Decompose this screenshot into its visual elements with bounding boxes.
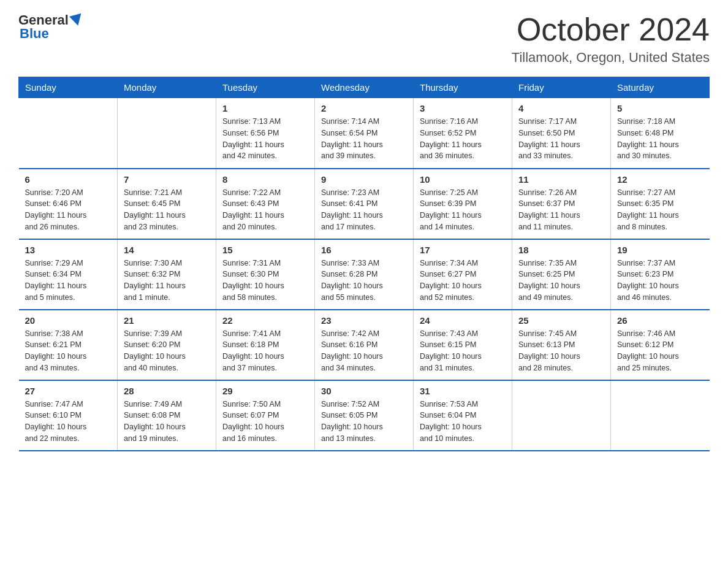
day-number: 29 — [222, 386, 308, 396]
weekday-header-friday: Friday — [512, 77, 611, 98]
calendar-week-3: 13Sunrise: 7:29 AM Sunset: 6:34 PM Dayli… — [19, 239, 710, 310]
calendar-cell: 1Sunrise: 7:13 AM Sunset: 6:56 PM Daylig… — [216, 98, 315, 169]
weekday-header-saturday: Saturday — [611, 77, 710, 98]
calendar-cell: 14Sunrise: 7:30 AM Sunset: 6:32 PM Dayli… — [118, 239, 216, 310]
calendar-cell: 17Sunrise: 7:34 AM Sunset: 6:27 PM Dayli… — [414, 239, 512, 310]
calendar-cell: 28Sunrise: 7:49 AM Sunset: 6:08 PM Dayli… — [118, 380, 216, 451]
day-info: Sunrise: 7:21 AM Sunset: 6:45 PM Dayligh… — [124, 187, 210, 233]
calendar-cell: 10Sunrise: 7:25 AM Sunset: 6:39 PM Dayli… — [414, 169, 512, 239]
day-info: Sunrise: 7:13 AM Sunset: 6:56 PM Dayligh… — [222, 116, 308, 162]
day-info: Sunrise: 7:30 AM Sunset: 6:32 PM Dayligh… — [124, 258, 210, 304]
weekday-header-monday: Monday — [118, 77, 216, 98]
calendar-cell: 30Sunrise: 7:52 AM Sunset: 6:05 PM Dayli… — [315, 380, 414, 451]
day-info: Sunrise: 7:17 AM Sunset: 6:50 PM Dayligh… — [518, 116, 604, 162]
calendar-cell — [512, 380, 611, 451]
day-info: Sunrise: 7:20 AM Sunset: 6:46 PM Dayligh… — [25, 187, 112, 233]
day-info: Sunrise: 7:47 AM Sunset: 6:10 PM Dayligh… — [25, 399, 112, 445]
day-number: 24 — [420, 315, 506, 326]
day-number: 19 — [617, 245, 703, 255]
day-number: 17 — [420, 245, 506, 255]
calendar-cell: 5Sunrise: 7:18 AM Sunset: 6:48 PM Daylig… — [611, 98, 710, 169]
calendar-cell: 21Sunrise: 7:39 AM Sunset: 6:20 PM Dayli… — [118, 310, 216, 380]
day-info: Sunrise: 7:26 AM Sunset: 6:37 PM Dayligh… — [518, 187, 604, 233]
day-number: 31 — [420, 386, 506, 396]
calendar-cell: 19Sunrise: 7:37 AM Sunset: 6:23 PM Dayli… — [611, 239, 710, 310]
calendar-cell — [611, 380, 710, 451]
calendar-cell: 25Sunrise: 7:45 AM Sunset: 6:13 PM Dayli… — [512, 310, 611, 380]
calendar-cell: 13Sunrise: 7:29 AM Sunset: 6:34 PM Dayli… — [19, 239, 118, 310]
calendar-cell: 3Sunrise: 7:16 AM Sunset: 6:52 PM Daylig… — [414, 98, 512, 169]
day-number: 26 — [617, 315, 703, 326]
calendar-week-4: 20Sunrise: 7:38 AM Sunset: 6:21 PM Dayli… — [19, 310, 710, 380]
day-number: 18 — [518, 245, 604, 255]
calendar-cell: 9Sunrise: 7:23 AM Sunset: 6:41 PM Daylig… — [315, 169, 414, 239]
day-number: 12 — [617, 174, 703, 185]
weekday-header-sunday: Sunday — [19, 77, 118, 98]
calendar-cell: 29Sunrise: 7:50 AM Sunset: 6:07 PM Dayli… — [216, 380, 315, 451]
calendar-week-5: 27Sunrise: 7:47 AM Sunset: 6:10 PM Dayli… — [19, 380, 710, 451]
day-number: 2 — [321, 103, 407, 113]
weekday-header-row: SundayMondayTuesdayWednesdayThursdayFrid… — [19, 77, 710, 98]
day-number: 4 — [518, 103, 604, 113]
day-info: Sunrise: 7:25 AM Sunset: 6:39 PM Dayligh… — [420, 187, 506, 233]
day-info: Sunrise: 7:22 AM Sunset: 6:43 PM Dayligh… — [222, 187, 308, 233]
calendar-cell: 7Sunrise: 7:21 AM Sunset: 6:45 PM Daylig… — [118, 169, 216, 239]
day-info: Sunrise: 7:16 AM Sunset: 6:52 PM Dayligh… — [420, 116, 506, 162]
day-number: 28 — [124, 386, 210, 396]
calendar-header: SundayMondayTuesdayWednesdayThursdayFrid… — [19, 77, 710, 98]
calendar-cell: 11Sunrise: 7:26 AM Sunset: 6:37 PM Dayli… — [512, 169, 611, 239]
day-info: Sunrise: 7:14 AM Sunset: 6:54 PM Dayligh… — [321, 116, 407, 162]
day-info: Sunrise: 7:31 AM Sunset: 6:30 PM Dayligh… — [222, 258, 308, 304]
day-number: 14 — [124, 245, 210, 255]
day-number: 3 — [420, 103, 506, 113]
calendar-cell: 12Sunrise: 7:27 AM Sunset: 6:35 PM Dayli… — [611, 169, 710, 239]
day-number: 13 — [25, 245, 112, 255]
calendar-week-1: 1Sunrise: 7:13 AM Sunset: 6:56 PM Daylig… — [19, 98, 710, 169]
weekday-header-thursday: Thursday — [414, 77, 512, 98]
day-info: Sunrise: 7:41 AM Sunset: 6:18 PM Dayligh… — [222, 328, 308, 374]
calendar-cell: 27Sunrise: 7:47 AM Sunset: 6:10 PM Dayli… — [19, 380, 118, 451]
day-info: Sunrise: 7:33 AM Sunset: 6:28 PM Dayligh… — [321, 258, 407, 304]
logo-triangle-icon — [69, 13, 84, 28]
day-number: 22 — [222, 315, 308, 326]
page-header: General Blue October 2024 Tillamook, Ore… — [18, 12, 710, 66]
day-number: 11 — [518, 174, 604, 185]
day-info: Sunrise: 7:52 AM Sunset: 6:05 PM Dayligh… — [321, 399, 407, 445]
day-info: Sunrise: 7:37 AM Sunset: 6:23 PM Dayligh… — [617, 258, 703, 304]
calendar-cell: 26Sunrise: 7:46 AM Sunset: 6:12 PM Dayli… — [611, 310, 710, 380]
day-info: Sunrise: 7:38 AM Sunset: 6:21 PM Dayligh… — [25, 328, 112, 374]
day-info: Sunrise: 7:35 AM Sunset: 6:25 PM Dayligh… — [518, 258, 604, 304]
day-number: 5 — [617, 103, 703, 113]
calendar-cell: 16Sunrise: 7:33 AM Sunset: 6:28 PM Dayli… — [315, 239, 414, 310]
calendar-cell: 8Sunrise: 7:22 AM Sunset: 6:43 PM Daylig… — [216, 169, 315, 239]
day-number: 27 — [25, 386, 112, 396]
day-number: 6 — [25, 174, 112, 185]
day-number: 25 — [518, 315, 604, 326]
day-info: Sunrise: 7:50 AM Sunset: 6:07 PM Dayligh… — [222, 399, 308, 445]
calendar-week-2: 6Sunrise: 7:20 AM Sunset: 6:46 PM Daylig… — [19, 169, 710, 239]
calendar-cell: 2Sunrise: 7:14 AM Sunset: 6:54 PM Daylig… — [315, 98, 414, 169]
calendar-cell: 20Sunrise: 7:38 AM Sunset: 6:21 PM Dayli… — [19, 310, 118, 380]
day-number: 9 — [321, 174, 407, 185]
day-number: 10 — [420, 174, 506, 185]
day-info: Sunrise: 7:39 AM Sunset: 6:20 PM Dayligh… — [124, 328, 210, 374]
day-number: 16 — [321, 245, 407, 255]
calendar-cell: 6Sunrise: 7:20 AM Sunset: 6:46 PM Daylig… — [19, 169, 118, 239]
weekday-header-wednesday: Wednesday — [315, 77, 414, 98]
calendar-table: SundayMondayTuesdayWednesdayThursdayFrid… — [18, 77, 710, 451]
calendar-body: 1Sunrise: 7:13 AM Sunset: 6:56 PM Daylig… — [19, 98, 710, 451]
day-number: 15 — [222, 245, 308, 255]
day-info: Sunrise: 7:45 AM Sunset: 6:13 PM Dayligh… — [518, 328, 604, 374]
logo: General Blue — [18, 12, 83, 42]
calendar-cell — [118, 98, 216, 169]
day-info: Sunrise: 7:46 AM Sunset: 6:12 PM Dayligh… — [617, 328, 703, 374]
logo-blue-text: Blue — [20, 26, 49, 42]
title-block: October 2024 Tillamook, Oregon, United S… — [512, 12, 710, 66]
calendar-cell — [19, 98, 118, 169]
calendar-cell: 4Sunrise: 7:17 AM Sunset: 6:50 PM Daylig… — [512, 98, 611, 169]
day-info: Sunrise: 7:23 AM Sunset: 6:41 PM Dayligh… — [321, 187, 407, 233]
calendar-cell: 18Sunrise: 7:35 AM Sunset: 6:25 PM Dayli… — [512, 239, 611, 310]
calendar-cell: 15Sunrise: 7:31 AM Sunset: 6:30 PM Dayli… — [216, 239, 315, 310]
day-info: Sunrise: 7:42 AM Sunset: 6:16 PM Dayligh… — [321, 328, 407, 374]
calendar-cell: 22Sunrise: 7:41 AM Sunset: 6:18 PM Dayli… — [216, 310, 315, 380]
